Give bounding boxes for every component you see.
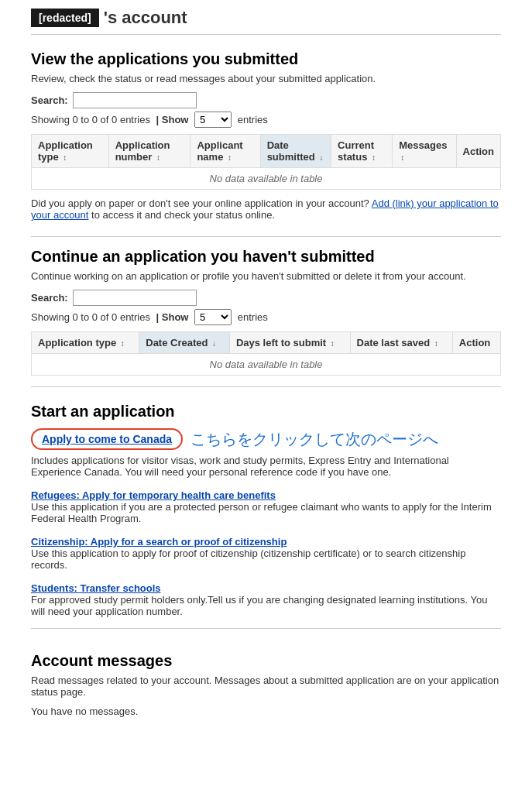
col-date-submitted[interactable]: Date submitted ↓ [260,135,331,168]
students-link[interactable]: Students: Transfer schools [31,582,161,594]
submitted-entries-text: Showing 0 to 0 of 0 entries [31,114,150,125]
unsubmitted-entries-label: entries [238,311,268,323]
unsubmitted-no-data-row: No data available in table [32,354,501,376]
submitted-heading: View the applications you submitted [31,50,501,68]
submitted-table-header-row: Application type ↕ Application number ↕ … [32,135,501,168]
col-action: Action [456,135,500,168]
unsubmitted-table-header-row: Application type ↕ Date Created ↓ Days l… [32,332,501,354]
page-header: [redacted] 's account [31,0,501,35]
col-applicant-name[interactable]: Applicant name ↕ [190,135,260,168]
unsubmitted-entries-text: Showing 0 to 0 of 0 entries [31,311,150,323]
unsubmitted-show-select[interactable]: 5 10 25 50 100 [194,309,232,325]
submitted-desc: Review, check the status or read message… [31,73,501,84]
unsubmitted-show-label: | Show [156,311,189,323]
citizenship-desc: Use this application to apply for proof … [31,548,501,571]
submitted-show-label: | Show [156,114,189,125]
submitted-no-data-cell: No data available in table [32,168,501,190]
unsubmitted-table: Application type ↕ Date Created ↓ Days l… [31,331,501,376]
col-unsubmitted-action: Action [452,332,500,354]
unsubmitted-search-row: Search: [31,290,501,306]
col-messages[interactable]: Messages ↕ [393,135,456,168]
account-messages-heading: Account messages [31,652,501,670]
submitted-search-label: Search: [31,94,68,106]
user-name-block: [redacted] [31,9,99,27]
unsubmitted-search-input[interactable] [73,290,197,306]
refugees-link[interactable]: Refugees: Apply for temporary health car… [31,489,276,501]
apply-canada-desc: Includes applications for visitor visas,… [31,455,501,478]
page-title: 's account [104,8,187,28]
account-messages-desc: Read messages related to your account. M… [31,675,501,698]
submitted-applications-section: View the applications you submitted Revi… [31,50,501,221]
unsubmitted-heading: Continue an application you haven't subm… [31,248,501,266]
submitted-entries-label: entries [238,114,268,125]
no-messages-text: You have no messages. [31,705,501,717]
submitted-no-data-row: No data available in table [32,168,501,190]
unsubmitted-desc: Continue working on an application or pr… [31,270,501,282]
apply-canada-link[interactable]: Apply to come to Canada [31,428,183,450]
col-unsubmitted-app-type[interactable]: Application type ↕ [32,332,139,354]
col-days-left[interactable]: Days left to submit ↕ [229,332,350,354]
students-desc: For approved study permit holders only.T… [31,594,501,617]
submitted-entries-row: Showing 0 to 0 of 0 entries | Show 5 10 … [31,112,501,128]
col-date-last-saved[interactable]: Date last saved ↕ [350,332,452,354]
col-app-type[interactable]: Application type ↕ [32,135,109,168]
start-app-heading: Start an application [31,403,501,421]
unsubmitted-applications-section: Continue an application you haven't subm… [31,248,501,376]
submitted-search-input[interactable] [73,92,197,108]
col-current-status[interactable]: Current status ↕ [331,135,393,168]
submitted-link-note: Did you apply on paper or don't see your… [31,197,501,221]
link-note-pre: Did you apply on paper or don't see your… [31,197,369,209]
submitted-table: Application type ↕ Application number ↕ … [31,134,501,190]
unsubmitted-search-label: Search: [31,292,68,304]
account-messages-section: Account messages Read messages related t… [31,652,501,717]
citizenship-link[interactable]: Citizenship: Apply for a search or proof… [31,536,287,548]
col-date-created[interactable]: Date Created ↓ [139,332,230,354]
japanese-annotation: こちらをクリックして次のページへ [190,429,438,450]
unsubmitted-no-data-cell: No data available in table [32,354,501,376]
apply-canada-row: Apply to come to Canada こちらをクリックして次のページへ [31,428,501,450]
submitted-search-row: Search: [31,92,501,108]
submitted-show-select[interactable]: 5 10 25 50 100 [194,112,232,128]
refugees-desc: Use this application if you are a protec… [31,501,501,524]
start-application-section: Start an application Apply to come to Ca… [31,403,501,617]
col-app-number[interactable]: Application number ↕ [108,135,190,168]
unsubmitted-entries-row: Showing 0 to 0 of 0 entries | Show 5 10 … [31,309,501,325]
